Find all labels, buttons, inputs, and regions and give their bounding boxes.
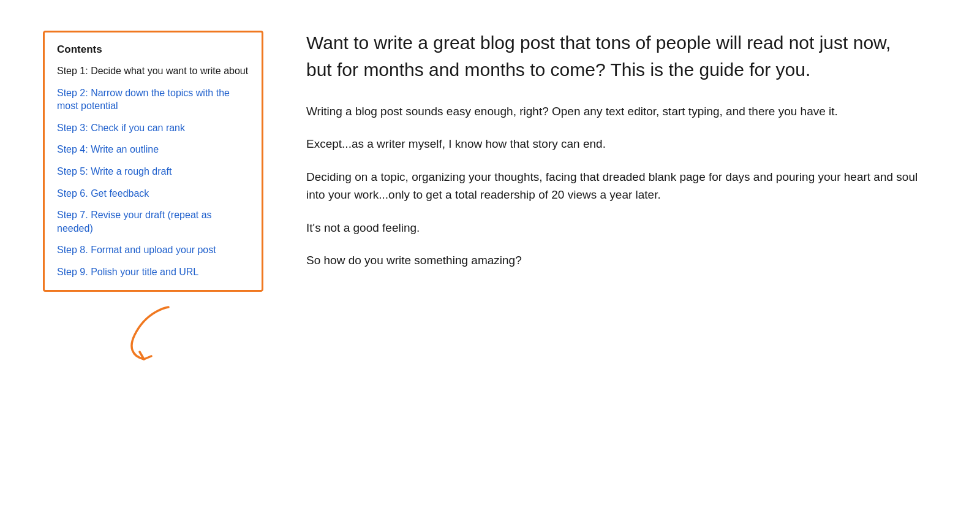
body-paragraph-4: It's not a good feeling. <box>306 219 919 237</box>
contents-item-step9[interactable]: Step 9. Polish your title and URL <box>57 265 249 279</box>
intro-paragraph: Want to write a great blog post that ton… <box>306 29 919 83</box>
contents-item-step1: Step 1: Decide what you want to write ab… <box>57 64 249 78</box>
contents-link-step6[interactable]: Step 6. Get feedback <box>57 188 149 199</box>
body-paragraphs: Writing a blog post sounds easy enough, … <box>306 102 919 270</box>
contents-box: Contents Step 1: Decide what you want to… <box>43 31 263 292</box>
body-paragraph-5: So how do you write something amazing? <box>306 251 919 269</box>
contents-item-step7[interactable]: Step 7. Revise your draft (repeat as nee… <box>57 208 249 235</box>
contents-link-step7[interactable]: Step 7. Revise your draft (repeat as nee… <box>57 210 212 234</box>
arrow-container <box>43 298 263 365</box>
contents-item-step8[interactable]: Step 8. Format and upload your post <box>57 243 249 257</box>
body-paragraph-1: Writing a blog post sounds easy enough, … <box>306 102 919 120</box>
contents-item-step5[interactable]: Step 5: Write a rough draft <box>57 165 249 178</box>
contents-link-step9[interactable]: Step 9. Polish your title and URL <box>57 267 198 277</box>
contents-item-step6[interactable]: Step 6. Get feedback <box>57 187 249 200</box>
right-panel: Want to write a great blog post that ton… <box>306 25 919 485</box>
contents-link-step4[interactable]: Step 4: Write an outline <box>57 144 159 154</box>
contents-link-step8[interactable]: Step 8. Format and upload your post <box>57 245 216 255</box>
contents-item-step4[interactable]: Step 4: Write an outline <box>57 143 249 156</box>
contents-link-step2[interactable]: Step 2: Narrow down the topics with the … <box>57 88 230 112</box>
contents-title: Contents <box>57 44 249 56</box>
contents-link-step3[interactable]: Step 3: Check if you can rank <box>57 123 185 133</box>
arrow-icon <box>116 298 190 365</box>
body-paragraph-3: Deciding on a topic, organizing your tho… <box>306 168 919 204</box>
contents-item-step3[interactable]: Step 3: Check if you can rank <box>57 121 249 135</box>
body-paragraph-2: Except...as a writer myself, I know how … <box>306 135 919 153</box>
contents-link-step5[interactable]: Step 5: Write a rough draft <box>57 166 172 177</box>
contents-item-step2[interactable]: Step 2: Narrow down the topics with the … <box>57 86 249 113</box>
left-panel: Contents Step 1: Decide what you want to… <box>37 25 270 485</box>
contents-list: Step 1: Decide what you want to write ab… <box>57 64 249 279</box>
